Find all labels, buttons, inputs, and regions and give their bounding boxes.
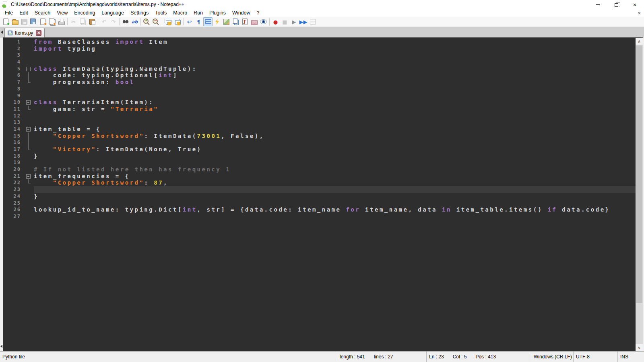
undo-button[interactable]: ↶: [99, 17, 109, 26]
macro-record-button[interactable]: ●: [271, 17, 280, 26]
function-list-button[interactable]: [240, 17, 250, 26]
print-button[interactable]: [57, 17, 66, 26]
fold-marker-start[interactable]: [23, 126, 34, 133]
code-line-3[interactable]: 3: [3, 52, 636, 59]
save-all-button[interactable]: [29, 17, 38, 26]
code-line-19[interactable]: 19: [3, 159, 636, 166]
save-file-button[interactable]: [20, 17, 29, 26]
code-line-21[interactable]: 21item_frequencies = {: [3, 173, 636, 180]
menu-encoding[interactable]: Encoding: [71, 9, 98, 16]
status-encoding[interactable]: UTF-8: [574, 352, 618, 362]
close-all-button[interactable]: [47, 17, 57, 26]
define-language-button[interactable]: [213, 17, 222, 26]
new-file-button[interactable]: [1, 17, 10, 26]
scroll-down-button[interactable]: ∨: [636, 344, 643, 351]
code-line-9[interactable]: 9: [3, 93, 636, 99]
fold-marker-start[interactable]: [23, 99, 34, 106]
tab-items-py[interactable]: Items.py ✕: [4, 28, 45, 37]
sync-horizontal-scroll-button[interactable]: [173, 17, 182, 26]
paste-button[interactable]: [87, 17, 97, 26]
folder-as-workspace-button[interactable]: [250, 17, 259, 26]
menu-settings[interactable]: Settings: [127, 9, 152, 16]
replace-button[interactable]: ab: [130, 17, 139, 26]
code-line-11[interactable]: 11 game: str = "Terraria": [3, 106, 636, 113]
code-line-22[interactable]: 22 "Copper Shortsword": 87,: [3, 179, 636, 186]
scroll-up-button[interactable]: ∧: [636, 38, 643, 45]
status-eol[interactable]: Windows (CR LF): [531, 352, 574, 362]
copy-button[interactable]: [78, 17, 87, 26]
code-line-1[interactable]: 1from BaseClasses import Item: [3, 39, 636, 45]
code-line-25[interactable]: 25: [3, 200, 636, 207]
code-line-15[interactable]: 15 "Copper Shortsword": ItemData(73001, …: [3, 133, 636, 140]
find-button[interactable]: [121, 17, 130, 26]
word-wrap-button[interactable]: ↩: [185, 17, 194, 26]
fold-margin: [23, 86, 34, 93]
status-length: length : 541 lines : 27: [337, 352, 427, 362]
code-line-10[interactable]: 10class TerrariaItem(Item):: [3, 99, 636, 106]
show-indent-guide-button[interactable]: [203, 17, 213, 26]
vertical-scrollbar[interactable]: ∧ ∨: [636, 37, 643, 351]
restore-button[interactable]: [607, 0, 625, 9]
code-line-6[interactable]: 6 code: typing.Optional[int]: [3, 72, 636, 79]
document-list-button[interactable]: [231, 17, 240, 26]
show-all-characters-button[interactable]: ¶: [194, 17, 203, 26]
menu-tools[interactable]: Tools: [152, 9, 170, 16]
code-line-14[interactable]: 14item_table = {: [3, 126, 636, 133]
code-line-23[interactable]: 23: [3, 186, 636, 193]
monitoring-button[interactable]: [259, 17, 268, 26]
zoom-in-button[interactable]: +: [142, 17, 151, 26]
tab-scroll-left-icon[interactable]: [0, 27, 4, 37]
code-line-7[interactable]: 7 progression: bool: [3, 79, 636, 86]
code-line-16[interactable]: 16: [3, 139, 636, 146]
code-line-24[interactable]: 24}: [3, 193, 636, 200]
code-line-26[interactable]: 26lookup_id_to_name: typing.Dict[int, st…: [3, 206, 636, 213]
code-line-20[interactable]: 20# If not listed here then has frequenc…: [3, 166, 636, 173]
tab-close-icon[interactable]: ✕: [36, 30, 41, 36]
menu-language[interactable]: Language: [98, 9, 127, 16]
code-line-12[interactable]: 12: [3, 113, 636, 119]
code-line-17[interactable]: 17 "Victory": ItemData(None, True): [3, 146, 636, 153]
code-line-4[interactable]: 4: [3, 59, 636, 66]
menu-file[interactable]: File: [2, 9, 16, 16]
close-file-button[interactable]: [38, 17, 47, 26]
sync-vertical-scroll-button[interactable]: [163, 17, 173, 26]
zoom-in-icon: +: [143, 18, 151, 25]
scrollbar-thumb[interactable]: [636, 45, 642, 303]
paste-icon: [89, 18, 96, 25]
menu-help[interactable]: ?: [254, 9, 263, 16]
redo-button[interactable]: ↷: [109, 17, 118, 26]
code-editor[interactable]: 1from BaseClasses import Item2import typ…: [3, 37, 636, 351]
code-line-27[interactable]: 27: [3, 213, 636, 220]
menu-window[interactable]: Window: [229, 9, 253, 16]
code-line-5[interactable]: 5class ItemData(typing.NamedTuple):: [3, 66, 636, 72]
line-number: 21: [3, 173, 23, 180]
code-line-8[interactable]: 8: [3, 86, 636, 93]
menu-plugins[interactable]: Plugins: [206, 9, 229, 16]
macro-stop-button[interactable]: ■: [280, 17, 289, 26]
scrollbar-track[interactable]: [636, 45, 643, 344]
menubar-close-icon[interactable]: ×: [638, 10, 641, 16]
menu-run[interactable]: Run: [190, 9, 206, 16]
document-map-icon: [223, 18, 230, 25]
menu-search[interactable]: Search: [31, 9, 54, 16]
fold-marker-start[interactable]: [23, 66, 34, 72]
menu-view[interactable]: View: [54, 9, 71, 16]
macro-save-button[interactable]: [308, 17, 317, 26]
dock-arrow-icon[interactable]: [0, 345, 2, 348]
code-line-2[interactable]: 2import typing: [3, 45, 636, 52]
macro-play-button[interactable]: ▶: [289, 17, 299, 26]
menu-macro[interactable]: Macro: [170, 9, 190, 16]
status-insert-mode[interactable]: INS: [618, 352, 644, 362]
zoom-out-button[interactable]: −: [151, 17, 161, 26]
minimize-button[interactable]: [588, 0, 607, 9]
fold-marker-start[interactable]: [23, 173, 34, 180]
document-map-button[interactable]: [222, 17, 231, 26]
macro-run-multiple-button[interactable]: ▶▶: [299, 17, 308, 26]
badge-icon: [7, 23, 10, 25]
menu-edit[interactable]: Edit: [16, 9, 31, 16]
cut-button[interactable]: ✂: [69, 17, 78, 26]
code-line-18[interactable]: 18}: [3, 153, 636, 160]
close-button[interactable]: ×: [625, 0, 644, 9]
open-file-button[interactable]: [10, 17, 20, 26]
code-line-13[interactable]: 13: [3, 119, 636, 126]
